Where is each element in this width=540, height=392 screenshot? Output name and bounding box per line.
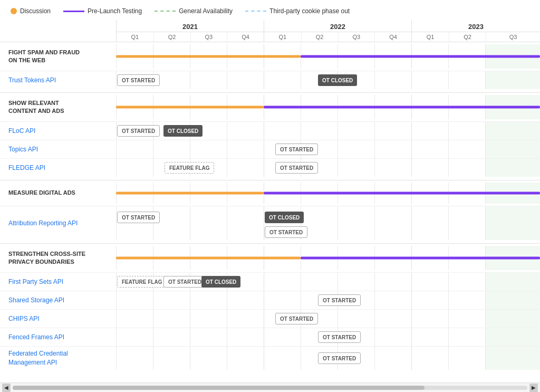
fight-spam-bar-area bbox=[116, 44, 540, 69]
fledge-feature-flag[interactable]: FEATURE FLAG bbox=[165, 162, 214, 174]
prelaunch-label: Pre-Launch Testing bbox=[88, 7, 142, 15]
floc-cells: OT STARTED OT CLOSED bbox=[116, 122, 540, 140]
shared-storage-label: Shared Storage API bbox=[0, 294, 116, 306]
fight-spam-orange-bar bbox=[116, 55, 301, 58]
show-relevant-orange-bar bbox=[116, 106, 264, 109]
attribution-label: Attribution Reporting API bbox=[0, 217, 116, 229]
strengthen-label: STRENGTHEN CROSS-SITEPRIVACY BOUNDARIES bbox=[0, 248, 116, 269]
topics-ot-started[interactable]: OT STARTED bbox=[275, 144, 318, 155]
trust-tokens-cells: OT STARTED OT CLOSED bbox=[116, 71, 540, 89]
attribution-ot-closed[interactable]: OT CLOSED bbox=[265, 212, 304, 223]
quarters-2021: Q1 Q2 Q3 Q4 bbox=[117, 32, 264, 42]
floc-ot-started[interactable]: OT STARTED bbox=[117, 125, 160, 137]
q3-2023: Q3 bbox=[486, 32, 540, 42]
topics-link[interactable]: Topics API bbox=[8, 146, 38, 153]
q2-2021: Q2 bbox=[153, 32, 190, 42]
q4-2022: Q4 bbox=[374, 32, 411, 42]
strengthen-purple-bar bbox=[301, 257, 540, 260]
row-chips: CHIPS API bbox=[0, 309, 540, 328]
measure-ads-bar-area bbox=[116, 183, 540, 204]
section-strengthen: STRENGTHEN CROSS-SITEPRIVACY BOUNDARIES bbox=[0, 243, 540, 272]
chips-ot-started[interactable]: OT STARTED bbox=[275, 313, 318, 324]
strengthen-orange-bar bbox=[116, 257, 301, 260]
federated-link[interactable]: Federated CredentialManagement API bbox=[8, 350, 68, 366]
legend: Discussion Pre-Launch Testing General Av… bbox=[0, 0, 540, 20]
prelaunch-line bbox=[63, 11, 84, 12]
section-fight-spam: FIGHT SPAM AND FRAUDON THE WEB bbox=[0, 42, 540, 71]
first-party-ot-started[interactable]: OT STARTED bbox=[163, 276, 206, 288]
first-party-label: First Party Sets API bbox=[0, 276, 116, 288]
trust-tokens-ot-closed[interactable]: OT CLOSED bbox=[318, 74, 357, 86]
general-line bbox=[155, 11, 176, 12]
legend-cookie: Third-party cookie phase out bbox=[245, 7, 350, 15]
q4-2021: Q4 bbox=[227, 32, 264, 42]
scroll-left-arrow[interactable]: ◀ bbox=[2, 384, 11, 392]
attribution-link[interactable]: Attribution Reporting API bbox=[8, 219, 78, 227]
floc-ot-closed[interactable]: OT CLOSED bbox=[163, 125, 202, 137]
q3-2022: Q3 bbox=[338, 32, 375, 42]
fenced-frames-ot-started[interactable]: OT STARTED bbox=[318, 331, 361, 343]
legend-discussion: Discussion bbox=[11, 7, 51, 15]
measure-ads-orange-bar bbox=[116, 192, 264, 195]
cookie-line bbox=[245, 11, 266, 12]
fledge-cells: FEATURE FLAG OT STARTED bbox=[116, 159, 540, 177]
year-2023: 2023 Q1 Q2 Q3 bbox=[411, 20, 540, 42]
cookie-label: Third-party cookie phase out bbox=[269, 7, 350, 15]
year-2023-label: 2023 bbox=[412, 20, 540, 32]
trust-tokens-link[interactable]: Trust Tokens API bbox=[8, 77, 56, 84]
q2-2022: Q2 bbox=[301, 32, 338, 42]
q2-2023: Q2 bbox=[449, 32, 486, 42]
fledge-ot-started[interactable]: OT STARTED bbox=[275, 162, 318, 174]
fenced-frames-link[interactable]: Fenced Frames API bbox=[8, 333, 64, 341]
scrollbar-track[interactable] bbox=[13, 386, 527, 390]
show-relevant-purple-bar bbox=[264, 106, 540, 109]
scroll-right-arrow[interactable]: ▶ bbox=[529, 384, 538, 392]
quarters-2023: Q1 Q2 Q3 bbox=[412, 32, 540, 42]
legend-prelaunch: Pre-Launch Testing bbox=[63, 7, 142, 15]
section-measure-ads: MEASURE DIGITAL ADS bbox=[0, 180, 540, 206]
federated-label: Federated CredentialManagement API bbox=[0, 347, 116, 369]
federated-cells: OT STARTED bbox=[116, 347, 540, 370]
row-federated: Federated CredentialManagement API bbox=[0, 346, 540, 370]
discussion-label: Discussion bbox=[20, 7, 51, 15]
first-party-link[interactable]: First Party Sets API bbox=[8, 278, 63, 285]
fenced-frames-cells: OT STARTED bbox=[116, 328, 540, 346]
fledge-link[interactable]: FLEDGE API bbox=[8, 164, 45, 171]
floc-link[interactable]: FLoC API bbox=[8, 127, 35, 135]
row-shared-storage: Shared Storage API bbox=[0, 291, 540, 309]
first-party-ot-closed[interactable]: OT CLOSED bbox=[201, 276, 240, 288]
topics-label: Topics API bbox=[0, 144, 116, 155]
header-label-spacer bbox=[0, 20, 116, 42]
fight-spam-purple-bar bbox=[301, 55, 540, 58]
floc-label: FLoC API bbox=[0, 125, 116, 137]
trust-tokens-ot-started[interactable]: OT STARTED bbox=[117, 74, 160, 86]
attribution-ot-started[interactable]: OT STARTED bbox=[117, 212, 160, 223]
discussion-dot bbox=[11, 8, 17, 14]
attribution-ot-started-2[interactable]: OT STARTED bbox=[265, 226, 307, 238]
show-relevant-bar-area bbox=[116, 95, 540, 119]
chips-link[interactable]: CHIPS API bbox=[8, 315, 40, 322]
measure-ads-purple-bar bbox=[264, 192, 540, 195]
main-container: Discussion Pre-Launch Testing General Av… bbox=[0, 0, 540, 392]
chart-header: 2021 Q1 Q2 Q3 Q4 2022 Q1 Q2 bbox=[0, 20, 540, 42]
horizontal-scrollbar[interactable]: ◀ ▶ bbox=[0, 383, 540, 392]
federated-ot-started[interactable]: OT STARTED bbox=[318, 352, 361, 364]
first-party-feature-flag[interactable]: FEATURE FLAG bbox=[117, 276, 167, 288]
chart-scroll-area[interactable]: 2021 Q1 Q2 Q3 Q4 2022 Q1 Q2 bbox=[0, 20, 540, 383]
shared-storage-link[interactable]: Shared Storage API bbox=[8, 297, 64, 304]
q1-2022: Q1 bbox=[264, 32, 301, 42]
row-attribution: Attribution Reporting API bbox=[0, 206, 540, 240]
chips-cells: OT STARTED bbox=[116, 310, 540, 328]
shared-storage-ot-started[interactable]: OT STARTED bbox=[318, 294, 361, 306]
shared-storage-cells: OT STARTED bbox=[116, 291, 540, 309]
row-trust-tokens: Trust Tokens API bbox=[0, 71, 540, 89]
strengthen-bar-area bbox=[116, 246, 540, 270]
row-floc: FLoC API bbox=[0, 121, 540, 140]
row-first-party: First Party Sets API bbox=[0, 272, 540, 291]
scrollbar-thumb[interactable] bbox=[13, 386, 425, 390]
row-fenced-frames: Fenced Frames API bbox=[0, 328, 540, 346]
year-2021: 2021 Q1 Q2 Q3 Q4 bbox=[116, 20, 264, 42]
q1-2021: Q1 bbox=[117, 32, 153, 42]
year-2022-label: 2022 bbox=[264, 20, 411, 32]
chart: 2021 Q1 Q2 Q3 Q4 2022 Q1 Q2 bbox=[0, 20, 540, 375]
